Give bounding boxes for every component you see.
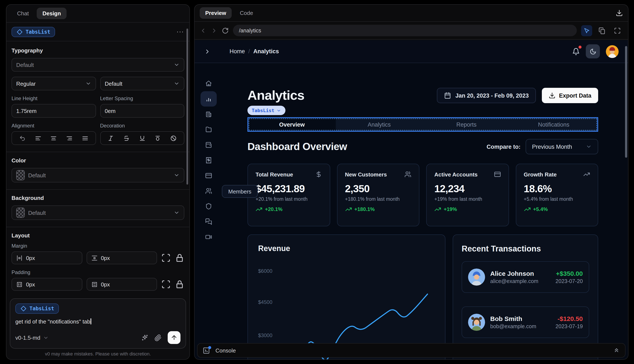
shield-icon — [205, 203, 212, 210]
lock-margin-icon[interactable] — [175, 253, 184, 262]
line-height-input[interactable]: 1.75rem — [12, 104, 96, 118]
nav-messages[interactable] — [200, 214, 217, 229]
inspect-element-button[interactable] — [581, 25, 592, 36]
decoration-label: Decoration — [100, 123, 184, 129]
tab-reports[interactable]: Reports — [423, 118, 510, 131]
nav-members[interactable] — [200, 183, 217, 198]
badge-label: TabsList — [252, 108, 274, 113]
attach-file-icon[interactable] — [154, 334, 162, 341]
tab-overview[interactable]: Overview — [248, 118, 336, 131]
selected-element-badge[interactable]: TabsList — [247, 106, 285, 115]
letter-spacing-input[interactable]: 0em — [100, 104, 184, 118]
tab-analytics[interactable]: Analytics — [336, 118, 423, 131]
nav-forward-icon[interactable] — [211, 27, 218, 34]
font-weight-select[interactable]: Regular — [12, 77, 96, 90]
expand-padding-icon[interactable] — [161, 280, 171, 289]
transaction-name: Bob Smith — [490, 315, 536, 322]
stat-value: $45,231.89 — [255, 183, 322, 195]
chevrons-up-icon[interactable] — [613, 347, 620, 354]
prompt-composer[interactable]: TabsList get rid of the "notifications" … — [10, 298, 186, 349]
background-select[interactable]: Default — [12, 206, 184, 220]
v0-workspace: Chat Design TabsList Typography Default … — [0, 0, 634, 364]
reset-alignment-icon[interactable] — [19, 135, 26, 141]
transaction-row[interactable]: Bob Smith bob@example.com -$120.50 2023-… — [462, 306, 589, 338]
chevron-down-icon — [174, 62, 180, 68]
padding-y-icon — [91, 281, 98, 288]
margin-y-input[interactable]: 0px — [86, 252, 157, 264]
nav-video[interactable] — [200, 229, 217, 245]
sidebar-toggle-icon[interactable] — [204, 48, 211, 55]
padding-x-value: 0px — [26, 281, 78, 288]
download-icon[interactable] — [616, 10, 623, 16]
tab-preview[interactable]: Preview — [200, 7, 232, 19]
user-avatar[interactable] — [606, 45, 619, 58]
more-options-icon[interactable] — [176, 28, 184, 36]
tab-design[interactable]: Design — [37, 8, 67, 19]
nav-analytics[interactable] — [200, 91, 217, 106]
sidebar-mode-tabs: Chat Design — [7, 5, 189, 22]
refresh-icon[interactable] — [222, 27, 229, 34]
preview-scrollbar[interactable] — [625, 46, 627, 158]
align-left-icon[interactable] — [35, 135, 41, 141]
stat-card-new-customers: New Customers 2,350 +180.1% from last mo… — [337, 164, 419, 226]
credit-card-icon — [205, 172, 212, 179]
nav-files[interactable] — [200, 122, 217, 137]
stat-subtext: +19% from last month — [434, 196, 501, 202]
lock-padding-icon[interactable] — [175, 280, 184, 289]
nav-home[interactable] — [200, 76, 217, 91]
console-bar[interactable]: Console — [197, 343, 625, 358]
nav-news[interactable] — [200, 106, 217, 122]
no-decoration-icon[interactable] — [170, 135, 177, 141]
strikethrough-icon[interactable] — [123, 135, 130, 141]
font-size-select[interactable]: Default — [100, 77, 184, 90]
padding-x-input[interactable]: 0px — [12, 278, 82, 291]
send-button[interactable] — [168, 331, 180, 344]
expand-margin-icon[interactable] — [161, 253, 171, 262]
nav-wallet[interactable] — [200, 137, 217, 152]
font-family-select[interactable]: Default — [12, 58, 184, 72]
align-center-icon[interactable] — [50, 135, 57, 141]
nav-cards[interactable] — [200, 168, 217, 183]
fullscreen-button[interactable] — [612, 25, 623, 36]
video-icon — [205, 234, 212, 240]
compare-select[interactable]: Previous Month — [526, 139, 598, 154]
transaction-row[interactable]: Alice Johnson alice@example.com +$350.00… — [462, 261, 589, 293]
overline-icon[interactable] — [155, 135, 161, 141]
preview-panel: Preview Code /analytics — [194, 4, 628, 360]
model-select[interactable]: v0-1.5-md — [15, 334, 49, 341]
margin-x-input[interactable]: 0px — [12, 252, 82, 264]
stat-trend-value: +20.1% — [265, 206, 282, 212]
italic-icon[interactable] — [108, 135, 114, 141]
copy-page-button[interactable] — [596, 25, 607, 36]
chevron-down-icon — [174, 172, 180, 178]
tab-notifications[interactable]: Notifications — [510, 118, 597, 131]
tab-code[interactable]: Code — [234, 7, 258, 19]
users-icon — [405, 171, 411, 178]
layout-section-label: Layout — [12, 232, 184, 239]
align-justify-icon[interactable] — [82, 135, 88, 141]
date-range-picker[interactable]: Jan 20, 2023 - Feb 09, 2023 — [437, 88, 536, 103]
folder-icon — [205, 126, 212, 133]
stat-value: 18.6% — [524, 183, 590, 195]
selected-component-chip[interactable]: TabsList — [12, 27, 55, 37]
nav-receipts[interactable] — [200, 152, 217, 168]
export-data-button[interactable]: Export Data — [542, 88, 598, 103]
composer-component-chip[interactable]: TabsList — [15, 304, 59, 314]
nav-back-icon[interactable] — [200, 27, 206, 34]
underline-icon[interactable] — [139, 135, 145, 141]
url-bar[interactable]: /analytics — [233, 25, 577, 36]
preview-mode-tabs: Preview Code — [195, 5, 628, 22]
tab-chat[interactable]: Chat — [12, 8, 34, 19]
align-right-icon[interactable] — [66, 135, 73, 141]
composer-chip-label: TabsList — [30, 306, 54, 312]
breadcrumb-home[interactable]: Home — [229, 48, 245, 54]
stat-value: 2,350 — [345, 183, 411, 195]
sidebar-scrollbar[interactable] — [186, 28, 188, 184]
color-select[interactable]: Default — [12, 168, 184, 182]
enhance-prompt-icon[interactable] — [141, 334, 148, 341]
prompt-input[interactable]: get rid of the "notifications" tab — [15, 318, 180, 325]
receipt-icon — [205, 157, 212, 164]
margin-x-icon — [16, 255, 23, 261]
padding-y-input[interactable]: 0px — [86, 278, 157, 291]
nav-security[interactable] — [200, 198, 217, 214]
